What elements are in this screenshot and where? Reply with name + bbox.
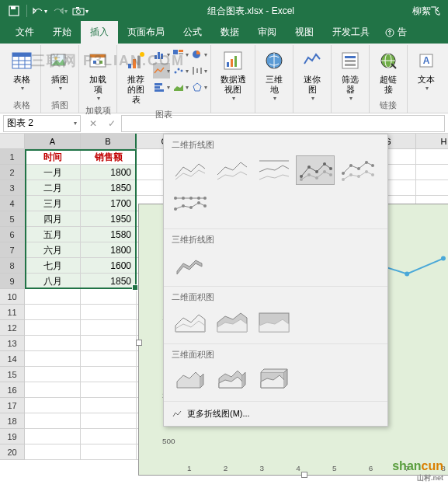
fx-cancel[interactable]: ✕ <box>84 118 102 129</box>
cell-B3[interactable]: 1850 <box>81 180 137 196</box>
cell-B15[interactable] <box>81 367 137 382</box>
area-chart-3d-100stacked[interactable] <box>254 365 293 395</box>
tab-formulas[interactable]: 公式 <box>174 21 211 44</box>
cell-B1[interactable]: 销售额 <box>81 149 137 165</box>
row-head-17[interactable]: 17 <box>0 398 25 413</box>
area-chart-stacked[interactable] <box>212 308 251 337</box>
filters-button[interactable]: 筛选器▾ <box>335 47 366 103</box>
row-head-6[interactable]: 6 <box>0 227 25 242</box>
fx-ok[interactable]: ✓ <box>102 118 121 129</box>
cell-B17[interactable] <box>81 398 137 413</box>
cell-A17[interactable] <box>25 398 81 413</box>
surface-chart-icon[interactable]: ▾ <box>172 79 189 95</box>
tab-file[interactable]: 文件 <box>6 21 43 44</box>
line-chart-markers[interactable] <box>296 155 335 185</box>
redo-button[interactable]: ▾ <box>50 2 69 19</box>
row-head-3[interactable]: 3 <box>0 180 25 196</box>
cell-A8[interactable]: 七月 <box>25 258 81 274</box>
cell-B12[interactable] <box>81 320 137 336</box>
row-head-20[interactable]: 20 <box>0 444 25 460</box>
tab-data[interactable]: 数据 <box>211 21 248 44</box>
column-chart-icon[interactable]: ▾ <box>153 47 170 62</box>
line-chart-stacked-markers[interactable] <box>338 155 377 185</box>
undo-button[interactable]: ▾ <box>30 2 49 19</box>
cell-B7[interactable]: 1800 <box>81 242 137 258</box>
cell-B8[interactable]: 1600 <box>81 258 137 274</box>
line-chart-3d[interactable] <box>170 250 209 280</box>
sparklines-button[interactable]: 迷你图▾ <box>297 47 328 103</box>
tab-developer[interactable]: 开发工具 <box>323 21 379 44</box>
line-chart-stacked[interactable] <box>212 155 251 185</box>
cell-B2[interactable]: 1800 <box>81 165 137 180</box>
cell-B16[interactable] <box>81 382 137 398</box>
cell-B5[interactable]: 1950 <box>81 211 137 227</box>
pie-chart-icon[interactable]: ▾ <box>190 47 207 62</box>
cell-H1[interactable] <box>416 149 448 165</box>
line-chart-100stacked-markers[interactable] <box>170 193 209 222</box>
area-chart-3d-stacked[interactable] <box>212 365 251 395</box>
cell-H2[interactable] <box>416 165 448 180</box>
cell-A7[interactable]: 六月 <box>25 242 81 258</box>
cell-A13[interactable] <box>25 336 81 351</box>
cell-A5[interactable]: 四月 <box>25 211 81 227</box>
hyperlink-button[interactable]: 超链接 <box>373 47 404 96</box>
line-chart-100stacked[interactable] <box>254 155 293 185</box>
cell-A9[interactable]: 八月 <box>25 274 81 289</box>
row-head-11[interactable]: 11 <box>0 305 25 320</box>
cell-A2[interactable]: 一月 <box>25 165 81 180</box>
row-head-10[interactable]: 10 <box>0 289 25 305</box>
cell-A16[interactable] <box>25 382 81 398</box>
area-chart-100stacked[interactable] <box>254 308 293 337</box>
text-button[interactable]: A文本▾ <box>411 47 442 93</box>
cell-B4[interactable]: 1700 <box>81 196 137 211</box>
tab-view[interactable]: 视图 <box>286 21 323 44</box>
row-head-9[interactable]: 9 <box>0 274 25 289</box>
select-all-corner[interactable] <box>0 134 25 149</box>
row-head-18[interactable]: 18 <box>0 413 25 429</box>
tell-me[interactable]: 告 <box>379 21 413 44</box>
row-head-1[interactable]: 1 <box>0 149 25 165</box>
bar-chart-icon[interactable]: ▾ <box>153 79 170 95</box>
cell-A4[interactable]: 三月 <box>25 196 81 211</box>
row-head-15[interactable]: 15 <box>0 367 25 382</box>
row-head-4[interactable]: 4 <box>0 196 25 211</box>
line-chart-basic[interactable] <box>170 155 209 185</box>
cell-B10[interactable] <box>81 289 137 305</box>
tab-page-layout[interactable]: 页面布局 <box>118 21 174 44</box>
row-head-16[interactable]: 16 <box>0 382 25 398</box>
cell-A19[interactable] <box>25 429 81 444</box>
area-chart-basic[interactable] <box>170 308 209 337</box>
cell-A20[interactable] <box>25 444 81 460</box>
col-head-A[interactable]: A <box>25 134 81 149</box>
tab-insert[interactable]: 插入 <box>81 21 118 44</box>
name-box[interactable]: 图表 2▾ <box>3 115 81 132</box>
area-chart-3d[interactable] <box>170 365 209 395</box>
row-head-5[interactable]: 5 <box>0 211 25 227</box>
tab-home[interactable]: 开始 <box>43 21 81 44</box>
cell-A14[interactable] <box>25 351 81 367</box>
camera-button[interactable]: ▾ <box>71 2 89 19</box>
cell-B11[interactable] <box>81 305 137 320</box>
cell-B13[interactable] <box>81 336 137 351</box>
col-head-B[interactable]: B <box>81 134 137 149</box>
pivotchart-button[interactable]: 数据透视图▾ <box>214 47 252 103</box>
illustrations-button[interactable]: 插图▾ <box>44 47 75 93</box>
cell-A1[interactable]: 时间 <box>25 149 81 165</box>
cell-A18[interactable] <box>25 413 81 429</box>
row-head-7[interactable]: 7 <box>0 242 25 258</box>
cell-A15[interactable] <box>25 367 81 382</box>
cell-A10[interactable] <box>25 289 81 305</box>
row-head-12[interactable]: 12 <box>0 320 25 336</box>
row-head-19[interactable]: 19 <box>0 429 25 444</box>
col-head-H[interactable]: H <box>416 134 448 149</box>
tab-review[interactable]: 审阅 <box>248 21 286 44</box>
stock-chart-icon[interactable]: ▾ <box>190 63 207 78</box>
cell-B18[interactable] <box>81 413 137 429</box>
row-head-2[interactable]: 2 <box>0 165 25 180</box>
3dmap-button[interactable]: 三维地▾ <box>259 47 290 103</box>
recommended-charts-button[interactable]: 推荐的图表 <box>120 47 151 107</box>
save-button[interactable] <box>5 2 23 19</box>
cell-A6[interactable]: 五月 <box>25 227 81 242</box>
scatter-chart-icon[interactable]: ▾ <box>172 63 189 78</box>
cell-B20[interactable] <box>81 444 137 460</box>
